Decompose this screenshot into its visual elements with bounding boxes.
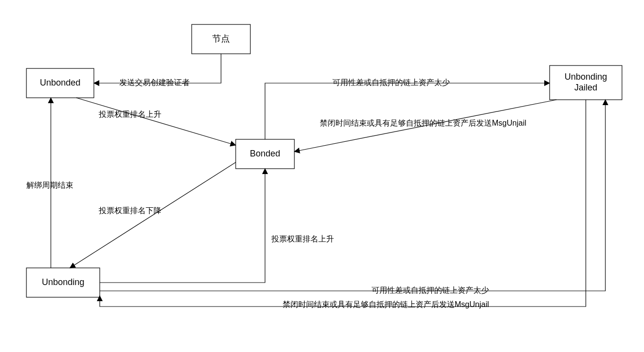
edge-jailed-to-unbonding-label: 禁闭时间结束或具有足够自抵押的链上资产后发送MsgUnjail <box>283 300 489 308</box>
node-bonded-label: Bonded <box>250 149 280 158</box>
edge-bonded-to-unbonding: 投票权重排名下降 <box>70 162 236 268</box>
edge-unbonding-to-bonded-label: 投票权重排名上升 <box>271 235 334 243</box>
edge-unbonding-to-unbonded: 解绑周期结束 <box>26 98 73 268</box>
node-unbonded: Unbonded <box>26 68 94 98</box>
edge-jailed-to-unbonding: 禁闭时间结束或具有足够自抵押的链上资产后发送MsgUnjail <box>100 100 586 308</box>
edge-node-to-unbonded: 发送交易创建验证者 <box>94 54 221 87</box>
node-bonded: Bonded <box>236 139 294 169</box>
edge-jailed-to-bonded-label: 禁闭时间结束或具有足够自抵押的链上资产后发送MsgUnjail <box>320 119 526 127</box>
edge-unbonding-to-unbonded-label: 解绑周期结束 <box>26 181 73 189</box>
node-start: 节点 <box>192 24 250 54</box>
node-unbonding: Unbonding <box>26 268 100 297</box>
edge-unbonding-to-jailed-label: 可用性差或自抵押的链上资产太少 <box>372 286 489 294</box>
node-unbonding-label: Unbonding <box>42 277 84 287</box>
edge-node-to-unbonded-label: 发送交易创建验证者 <box>119 78 190 87</box>
state-diagram: 节点 Unbonded Bonded Unbonding Unbonding J… <box>0 0 644 352</box>
edge-unbonding-to-jailed: 可用性差或自抵押的链上资产太少 <box>100 100 605 294</box>
edge-bonded-to-jailed: 可用性差或自抵押的链上资产太少 <box>265 78 550 139</box>
node-unbonding-jailed-label-2: Jailed <box>574 83 597 92</box>
node-unbonding-jailed: Unbonding Jailed <box>550 66 622 100</box>
edge-unbonded-to-bonded: 投票权重排名上升 <box>76 98 236 145</box>
edge-unbonding-to-bonded: 投票权重排名上升 <box>100 169 334 283</box>
edge-unbonded-to-bonded-label: 投票权重排名上升 <box>98 110 161 118</box>
edge-bonded-to-unbonding-label: 投票权重排名下降 <box>98 206 161 215</box>
edge-bonded-to-jailed-label: 可用性差或自抵押的链上资产太少 <box>333 78 450 87</box>
edge-jailed-to-bonded: 禁闭时间结束或具有足够自抵押的链上资产后发送MsgUnjail <box>294 100 556 152</box>
node-start-label: 节点 <box>212 34 230 44</box>
node-unbonded-label: Unbonded <box>40 78 80 88</box>
node-unbonding-jailed-label-1: Unbonding <box>564 72 607 82</box>
